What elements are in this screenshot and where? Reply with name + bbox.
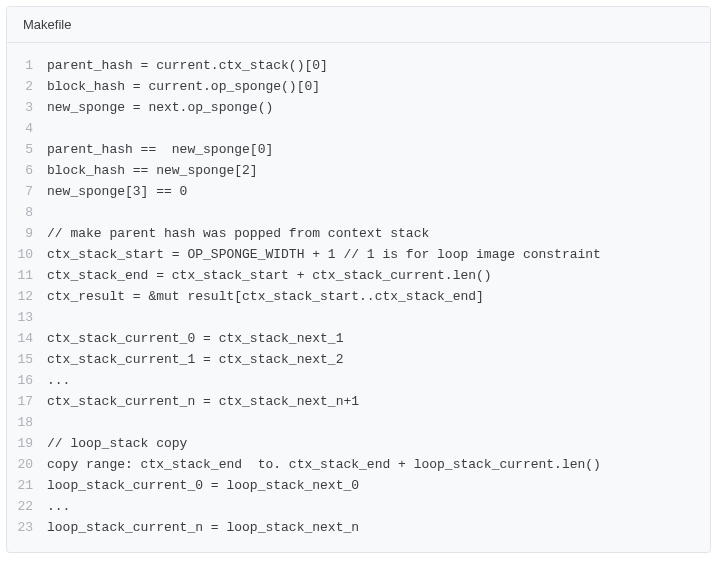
line-content: // make parent hash was popped from cont… [47,223,710,244]
code-line: 2block_hash = current.op_sponge()[0] [7,76,710,97]
code-line: 6block_hash == new_sponge[2] [7,160,710,181]
code-block: Makefile 1parent_hash = current.ctx_stac… [6,6,711,553]
line-number: 20 [7,454,47,475]
line-number: 15 [7,349,47,370]
line-number: 7 [7,181,47,202]
line-number: 16 [7,370,47,391]
line-content [47,307,710,328]
line-content: ctx_result = &mut result[ctx_stack_start… [47,286,710,307]
line-number: 18 [7,412,47,433]
line-content: ctx_stack_current_n = ctx_stack_next_n+1 [47,391,710,412]
line-number: 13 [7,307,47,328]
code-line: 16... [7,370,710,391]
line-content: ctx_stack_current_1 = ctx_stack_next_2 [47,349,710,370]
code-line: 12ctx_result = &mut result[ctx_stack_sta… [7,286,710,307]
code-line: 9// make parent hash was popped from con… [7,223,710,244]
line-number: 8 [7,202,47,223]
line-number: 22 [7,496,47,517]
line-content: // loop_stack copy [47,433,710,454]
code-line: 7new_sponge[3] == 0 [7,181,710,202]
code-line: 10ctx_stack_start = OP_SPONGE_WIDTH + 1 … [7,244,710,265]
line-content: ... [47,370,710,391]
line-content: ctx_stack_start = OP_SPONGE_WIDTH + 1 //… [47,244,710,265]
code-line: 23loop_stack_current_n = loop_stack_next… [7,517,710,538]
line-number: 9 [7,223,47,244]
code-line: 21loop_stack_current_0 = loop_stack_next… [7,475,710,496]
code-line: 4 [7,118,710,139]
line-content: block_hash = current.op_sponge()[0] [47,76,710,97]
line-content: parent_hash = current.ctx_stack()[0] [47,55,710,76]
line-content: new_sponge = next.op_sponge() [47,97,710,118]
code-line: 14ctx_stack_current_0 = ctx_stack_next_1 [7,328,710,349]
line-content: ... [47,496,710,517]
code-line: 5parent_hash == new_sponge[0] [7,139,710,160]
line-number: 10 [7,244,47,265]
line-number: 17 [7,391,47,412]
code-line: 8 [7,202,710,223]
code-language-label: Makefile [23,17,71,32]
line-number: 21 [7,475,47,496]
line-number: 14 [7,328,47,349]
line-number: 2 [7,76,47,97]
line-content: block_hash == new_sponge[2] [47,160,710,181]
code-header: Makefile [7,7,710,43]
line-number: 4 [7,118,47,139]
line-content: loop_stack_current_0 = loop_stack_next_0 [47,475,710,496]
line-content [47,118,710,139]
line-number: 6 [7,160,47,181]
line-number: 5 [7,139,47,160]
line-number: 19 [7,433,47,454]
code-line: 1parent_hash = current.ctx_stack()[0] [7,55,710,76]
code-line: 13 [7,307,710,328]
line-number: 11 [7,265,47,286]
line-content: ctx_stack_current_0 = ctx_stack_next_1 [47,328,710,349]
code-line: 11ctx_stack_end = ctx_stack_start + ctx_… [7,265,710,286]
line-number: 3 [7,97,47,118]
code-line: 22... [7,496,710,517]
code-line: 17ctx_stack_current_n = ctx_stack_next_n… [7,391,710,412]
line-content: parent_hash == new_sponge[0] [47,139,710,160]
code-line: 15ctx_stack_current_1 = ctx_stack_next_2 [7,349,710,370]
line-number: 23 [7,517,47,538]
line-content: copy range: ctx_stack_end to. ctx_stack_… [47,454,710,475]
line-content: new_sponge[3] == 0 [47,181,710,202]
line-content: ctx_stack_end = ctx_stack_start + ctx_st… [47,265,710,286]
line-number: 12 [7,286,47,307]
line-content [47,202,710,223]
code-line: 3new_sponge = next.op_sponge() [7,97,710,118]
code-line: 19// loop_stack copy [7,433,710,454]
code-line: 20copy range: ctx_stack_end to. ctx_stac… [7,454,710,475]
code-body: 1parent_hash = current.ctx_stack()[0]2bl… [7,43,710,552]
line-number: 1 [7,55,47,76]
code-line: 18 [7,412,710,433]
line-content: loop_stack_current_n = loop_stack_next_n [47,517,710,538]
line-content [47,412,710,433]
